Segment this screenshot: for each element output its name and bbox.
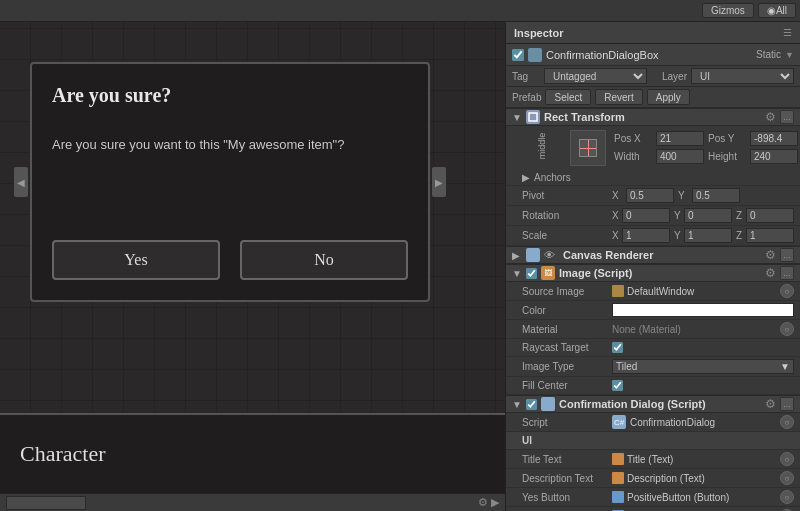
raycast-row: Raycast Target: [506, 339, 800, 357]
dialog-buttons: Yes No: [52, 240, 408, 280]
rot-x-input[interactable]: [622, 208, 670, 223]
middle-label: middle: [537, 126, 547, 166]
rot-y-label: Y: [674, 210, 684, 221]
rect-transform-gear[interactable]: ⚙: [765, 110, 776, 124]
tag-layer-row: Tag Untagged Layer UI: [506, 66, 800, 87]
anchors-row[interactable]: ▶ Anchors: [506, 170, 800, 186]
desc-text-icon: [612, 472, 624, 484]
tag-select[interactable]: Untagged: [544, 68, 647, 84]
pivot-label: Pivot: [522, 190, 612, 201]
title-text-row: Title Text Title (Text) ○: [506, 450, 800, 469]
material-circle[interactable]: ○: [780, 322, 794, 336]
dialog-description: Are you sure you want to this "My awesom…: [52, 137, 408, 152]
rotation-row: Rotation X Y Z: [506, 206, 800, 226]
desc-text-label: Description Text: [522, 473, 612, 484]
title-text-circle[interactable]: ○: [780, 452, 794, 466]
confirmation-dialog-title: Confirmation Dialog (Script): [559, 398, 761, 410]
image-script-gear[interactable]: ⚙: [765, 266, 776, 280]
conf-script-field: C# ConfirmationDialog: [612, 415, 780, 429]
source-image-circle[interactable]: ○: [780, 284, 794, 298]
title-text-value: Title (Text): [627, 454, 673, 465]
pivot-x-input[interactable]: [626, 188, 674, 203]
static-label: Static: [756, 49, 781, 60]
yes-btn-icon: [612, 491, 624, 503]
yes-btn-row: Yes Button PositiveButton (Button) ○: [506, 488, 800, 507]
gizmos-button[interactable]: Gizmos: [702, 3, 754, 18]
scale-label: Scale: [522, 230, 612, 241]
desc-text-circle[interactable]: ○: [780, 471, 794, 485]
scale-z-input[interactable]: [746, 228, 794, 243]
image-script-checkbox[interactable]: [526, 268, 537, 279]
rotation-label: Rotation: [522, 210, 612, 221]
svg-rect-0: [529, 113, 537, 121]
color-label: Color: [522, 305, 612, 316]
source-image-icon: [612, 285, 624, 297]
yes-btn-field: PositiveButton (Button): [612, 491, 780, 503]
component-active-checkbox[interactable]: [512, 49, 524, 61]
rot-z-input[interactable]: [746, 208, 794, 223]
layer-label: Layer: [651, 71, 687, 82]
scale-x-input[interactable]: [622, 228, 670, 243]
inspector-scroll[interactable]: ConfirmationDialogBox Static ▼ Tag Untag…: [506, 44, 800, 511]
yes-btn-value: PositiveButton (Button): [627, 492, 729, 503]
raycast-label: Raycast Target: [522, 342, 612, 353]
scene-view[interactable]: ◀ ▶ Are you sure? Are you sure you want …: [0, 22, 505, 493]
pos-x-input[interactable]: [656, 131, 704, 146]
scene-bottom: Character: [0, 413, 505, 493]
yes-button[interactable]: Yes: [52, 240, 220, 280]
no-button[interactable]: No: [240, 240, 408, 280]
confirmation-dialog-extra[interactable]: …: [780, 397, 794, 411]
dialog-arrow-right[interactable]: ▶: [432, 167, 446, 197]
select-button[interactable]: Select: [545, 89, 591, 105]
yes-btn-circle[interactable]: ○: [780, 490, 794, 504]
confirmation-dialog-checkbox[interactable]: [526, 399, 537, 410]
dialog-arrow-left[interactable]: ◀: [14, 167, 28, 197]
scale-y-input[interactable]: [684, 228, 732, 243]
anchor-widget[interactable]: [570, 130, 606, 166]
size-row: Width Height R: [614, 148, 800, 166]
raycast-checkbox[interactable]: [612, 342, 623, 353]
main-layout: ◀ ▶ Are you sure? Are you sure you want …: [0, 22, 800, 511]
canvas-renderer-extra[interactable]: …: [780, 248, 794, 262]
source-image-row: Source Image DefaultWindow ○: [506, 282, 800, 301]
confirmation-dialog-header[interactable]: ▼ Confirmation Dialog (Script) ⚙ …: [506, 395, 800, 413]
canvas-renderer-title: Canvas Renderer: [563, 249, 761, 261]
pos-y-input[interactable]: [750, 131, 798, 146]
image-script-icon: 🖼: [541, 266, 555, 280]
conf-script-icon: C#: [612, 415, 626, 429]
image-script-extra[interactable]: …: [780, 266, 794, 280]
fill-center-checkbox[interactable]: [612, 380, 623, 391]
rect-transform-extra[interactable]: …: [780, 110, 794, 124]
revert-button[interactable]: Revert: [595, 89, 642, 105]
image-type-value: Tiled: [616, 361, 637, 372]
inspector-menu-icon[interactable]: ☰: [783, 27, 792, 38]
expand-icon: ▶: [522, 172, 530, 183]
canvas-renderer-header[interactable]: ▶ 👁 Canvas Renderer ⚙ …: [506, 246, 800, 264]
anchor-inner: [579, 139, 597, 157]
image-script-header[interactable]: ▼ 🖼 Image (Script) ⚙ …: [506, 264, 800, 282]
desc-text-row: Description Text Description (Text) ○: [506, 469, 800, 488]
color-swatch[interactable]: [612, 303, 794, 317]
rot-y-input[interactable]: [684, 208, 732, 223]
apply-button[interactable]: Apply: [647, 89, 690, 105]
all-button[interactable]: ◉All: [758, 3, 796, 18]
bottom-scene-bar: ⚙ ▶: [0, 493, 505, 511]
layer-select[interactable]: UI: [691, 68, 794, 84]
rect-transform-header[interactable]: ▼ Rect Transform ⚙ …: [506, 108, 800, 126]
canvas-renderer-gear[interactable]: ⚙: [765, 248, 776, 262]
height-input[interactable]: [750, 149, 798, 164]
image-type-row: Image Type Tiled ▼: [506, 357, 800, 377]
pivot-y-input[interactable]: [692, 188, 740, 203]
conf-script-circle[interactable]: ○: [780, 415, 794, 429]
center-anchor-label-group: middle: [522, 141, 562, 155]
eye-icon[interactable]: 👁: [544, 249, 555, 261]
confirmation-dialog-gear[interactable]: ⚙: [765, 397, 776, 411]
scale-z-label: Z: [736, 230, 746, 241]
static-dropdown-arrow[interactable]: ▼: [785, 50, 794, 60]
image-type-dropdown[interactable]: Tiled ▼: [612, 359, 794, 374]
scene-search-input[interactable]: [6, 496, 86, 510]
fill-center-row: Fill Center: [506, 377, 800, 395]
width-input[interactable]: [656, 149, 704, 164]
tag-label: Tag: [512, 71, 540, 82]
conf-script-value: ConfirmationDialog: [630, 417, 715, 428]
